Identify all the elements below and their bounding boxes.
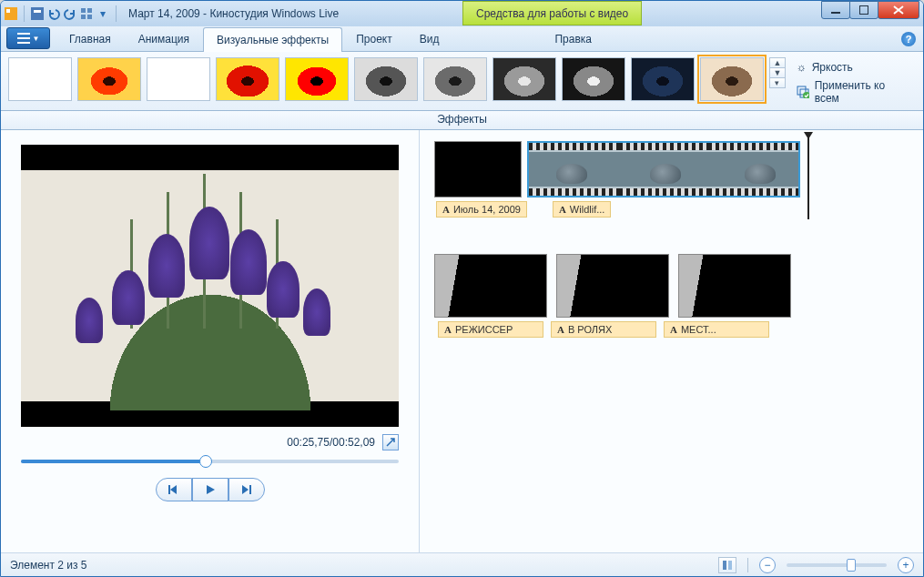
ribbon-content: ▲ ▼ ▾ ☼ Яркость Применить ко всем (1, 52, 923, 111)
svg-rect-9 (859, 5, 868, 15)
apply-all-button[interactable]: Применить ко всем (797, 79, 910, 105)
brightness-button[interactable]: ☼ Яркость (797, 61, 910, 74)
svg-rect-5 (87, 8, 92, 13)
credit-clip-1[interactable] (434, 254, 547, 318)
caption-row-1: AИюль 14, 2009 AWildlif... (434, 201, 909, 218)
close-button[interactable] (878, 1, 919, 19)
zoom-slider[interactable] (787, 563, 887, 567)
effect-negative2[interactable] (562, 57, 625, 101)
svg-rect-16 (168, 485, 170, 494)
zoom-thumb[interactable] (847, 559, 856, 572)
chevron-down-icon[interactable]: ▾ (96, 7, 109, 20)
video-clip[interactable] (527, 141, 800, 197)
time-display: 00:25,75/00:52,09 (287, 436, 375, 449)
preview-pane: 00:25,75/00:52,09 (1, 130, 420, 552)
credit-clip-3[interactable] (678, 254, 791, 318)
svg-rect-10 (17, 33, 30, 35)
effect-poster[interactable] (285, 57, 349, 101)
save-icon[interactable] (31, 7, 44, 20)
svg-rect-12 (17, 42, 30, 44)
status-bar: Элемент 2 из 5 − + (1, 552, 923, 576)
title-clip[interactable] (434, 141, 522, 197)
svg-rect-7 (87, 15, 92, 19)
seek-thumb[interactable] (199, 455, 212, 468)
effects-gallery (8, 57, 764, 101)
gallery-down-icon[interactable]: ▼ (770, 68, 785, 78)
timeline-pane: AИюль 14, 2009 AWildlif... AРЕЖИССЕР AВ … (420, 130, 923, 552)
help-icon[interactable]: ? (901, 32, 916, 46)
gallery-scroll: ▲ ▼ ▾ (769, 57, 786, 88)
gallery-more-icon[interactable]: ▾ (770, 78, 785, 87)
qat-more-icon[interactable] (80, 7, 93, 20)
zoom-out-button[interactable]: − (759, 557, 776, 573)
ribbon-tabs: ▼ Главная Анимация Визуальные эффекты Пр… (1, 26, 923, 52)
effect-bw1[interactable] (354, 57, 418, 101)
svg-rect-2 (31, 7, 44, 20)
tab-home[interactable]: Главная (56, 26, 125, 51)
play-button[interactable] (192, 478, 228, 501)
caption-title[interactable]: AИюль 14, 2009 (436, 201, 527, 218)
svg-rect-17 (249, 485, 251, 494)
chevron-down-icon: ▼ (33, 35, 40, 43)
timeline-row-2 (434, 254, 909, 318)
app-icon (5, 7, 17, 20)
view-toggle-button[interactable] (718, 557, 736, 573)
svg-rect-19 (728, 561, 732, 570)
tab-visual-effects[interactable]: Визуальные эффекты (203, 27, 342, 52)
caption-location[interactable]: AМЕСТ... (664, 321, 769, 338)
preview-video[interactable] (21, 145, 399, 427)
svg-rect-18 (723, 561, 726, 570)
tab-edit[interactable]: Правка (541, 26, 605, 51)
caption-wildlife[interactable]: AWildlif... (553, 201, 611, 218)
next-frame-button[interactable] (228, 478, 265, 501)
file-menu-button[interactable]: ▼ (6, 27, 50, 49)
expand-icon (386, 438, 395, 447)
caption-row-2: AРЕЖИССЕР AВ РОЛЯХ AМЕСТ... (434, 321, 909, 338)
fullscreen-button[interactable] (382, 434, 399, 450)
effect-sketch[interactable] (147, 57, 210, 101)
prev-frame-button[interactable] (156, 478, 192, 501)
timeline-row-1 (434, 141, 909, 197)
maximize-button[interactable] (849, 1, 878, 19)
effect-red[interactable] (216, 57, 279, 101)
effect-warm[interactable] (77, 57, 141, 101)
time-row: 00:25,75/00:52,09 (21, 434, 399, 450)
svg-rect-11 (17, 37, 30, 39)
svg-rect-8 (831, 12, 840, 14)
svg-rect-4 (81, 8, 86, 13)
svg-rect-1 (6, 9, 10, 13)
tab-animation[interactable]: Анимация (125, 26, 203, 51)
tab-project[interactable]: Проект (342, 26, 406, 51)
app-window: ▾ Март 14, 2009 - Киностудия Windows Liv… (0, 0, 924, 577)
window-title: Март 14, 2009 - Киностудия Windows Live (128, 7, 339, 20)
context-tab-video-tools[interactable]: Средства для работы с видео (462, 1, 642, 25)
zoom-in-button[interactable]: + (898, 557, 914, 573)
ribbon-group-label: Эффекты (1, 111, 923, 130)
svg-rect-6 (81, 15, 86, 19)
tab-view[interactable]: Вид (406, 26, 453, 51)
minimize-button[interactable] (821, 1, 850, 19)
main-area: 00:25,75/00:52,09 (1, 130, 923, 552)
ribbon-actions: ☼ Яркость Применить ко всем (791, 57, 916, 108)
seek-bar[interactable] (21, 460, 399, 463)
effect-none[interactable] (8, 57, 72, 101)
redo-icon[interactable] (64, 7, 76, 20)
window-controls (822, 1, 919, 19)
undo-icon[interactable] (47, 7, 60, 20)
caption-director[interactable]: AРЕЖИССЕР (438, 321, 543, 338)
video-frame (21, 170, 399, 401)
svg-rect-3 (34, 10, 41, 13)
status-element-count: Элемент 2 из 5 (10, 559, 87, 572)
playback-controls (156, 478, 265, 501)
gallery-up-icon[interactable]: ▲ (770, 58, 785, 68)
effect-negative1[interactable] (492, 57, 556, 101)
effect-cold[interactable] (631, 57, 695, 101)
credit-clip-2[interactable] (556, 254, 669, 318)
apply-all-icon (797, 86, 809, 98)
effect-bw2[interactable] (423, 57, 487, 101)
effect-sepia[interactable] (700, 57, 764, 101)
title-bar: ▾ Март 14, 2009 - Киностудия Windows Liv… (1, 1, 923, 26)
menu-icon (17, 33, 30, 44)
caption-cast[interactable]: AВ РОЛЯХ (551, 321, 656, 338)
playhead[interactable] (807, 136, 809, 219)
